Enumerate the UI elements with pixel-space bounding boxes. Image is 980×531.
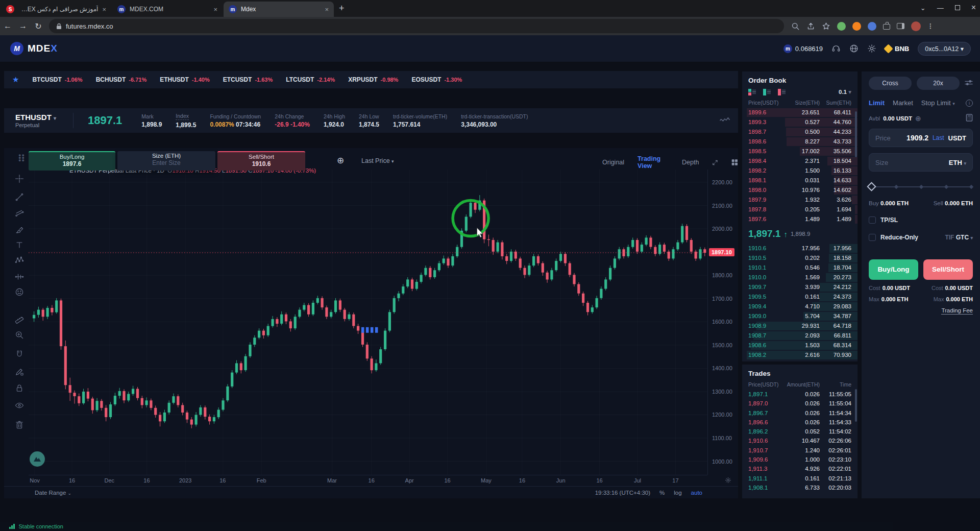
address-bar[interactable]: futures.mdex.co bbox=[49, 19, 784, 33]
network-selector[interactable]: BNB bbox=[885, 45, 909, 53]
deposit-plus-icon[interactable]: ⊕ bbox=[915, 114, 921, 123]
window-close-button[interactable]: × bbox=[971, 3, 976, 12]
ask-row[interactable]: 1898.70.50044.233 bbox=[742, 127, 857, 137]
mdx-token-price[interactable]: m 0.068619 bbox=[783, 44, 823, 53]
back-button[interactable]: ← bbox=[0, 21, 15, 31]
info-icon[interactable]: i bbox=[966, 100, 973, 107]
margin-mode-button[interactable]: Cross bbox=[869, 77, 912, 90]
precision-dropdown[interactable]: 0.1 ▾ bbox=[839, 88, 851, 95]
trade-row[interactable]: 1,897.00.02611:55:04 bbox=[742, 399, 857, 408]
log-scale-button[interactable]: log bbox=[674, 490, 681, 496]
symbol-selector[interactable]: ETHUSDT ▾ Perpetual bbox=[4, 113, 74, 128]
preferences-sliders-icon[interactable] bbox=[965, 79, 973, 88]
ticker-pair[interactable]: EOSUSDT-1.30% bbox=[411, 76, 462, 83]
tab-stop-limit[interactable]: Stop Limit ▾ bbox=[921, 99, 955, 107]
mdex-logo[interactable]: M MDEX bbox=[10, 42, 58, 55]
share-icon[interactable] bbox=[806, 22, 815, 31]
candlestick-chart[interactable] bbox=[29, 170, 707, 475]
brush-icon[interactable] bbox=[9, 223, 30, 237]
add-order-plus-icon[interactable]: ⊕ bbox=[337, 155, 344, 166]
window-minimize-button[interactable]: — bbox=[937, 4, 944, 12]
ask-row[interactable]: 1898.010.97614.602 bbox=[742, 185, 857, 195]
size-unit-dropdown[interactable]: ETH ▾ bbox=[949, 159, 966, 166]
reload-button[interactable]: ↻ bbox=[31, 21, 46, 31]
profile-avatar[interactable] bbox=[911, 21, 921, 31]
price-mode-dropdown[interactable]: Last Price ▾ bbox=[361, 157, 394, 164]
window-chevron-icon[interactable]: ⌄ bbox=[920, 4, 926, 12]
size-input[interactable]: Size ETH ▾ bbox=[869, 153, 973, 172]
price-input[interactable]: Price 1909.2 Last USDT bbox=[869, 129, 973, 147]
bid-row[interactable]: 1910.10.54618.704 bbox=[742, 263, 857, 273]
percent-scale-button[interactable]: % bbox=[659, 490, 665, 496]
browser-menu-icon[interactable]: ⋮ bbox=[927, 22, 934, 30]
bid-row[interactable]: 1908.61.50368.314 bbox=[742, 341, 857, 350]
ask-row[interactable]: 1898.68.22743.733 bbox=[742, 137, 857, 147]
delete-drawings-trash-icon[interactable] bbox=[9, 418, 30, 432]
extension-green-icon[interactable] bbox=[837, 22, 846, 31]
magnet-icon[interactable] bbox=[9, 347, 30, 361]
sell-short-button[interactable]: Sell/Short bbox=[923, 259, 973, 280]
trade-row[interactable]: 1,909.61.00002:23:10 bbox=[742, 455, 857, 464]
use-last-price-button[interactable]: Last bbox=[933, 134, 944, 141]
zoom-in-icon[interactable] bbox=[9, 328, 30, 342]
tab-trading-view[interactable]: Trading View bbox=[638, 155, 669, 170]
trade-row[interactable]: 1,908.16.73302:20:03 bbox=[742, 483, 857, 492]
ticker-pair[interactable]: BTCUSDT-1.06% bbox=[32, 76, 82, 83]
trade-row[interactable]: 1,910.610.46702:26:06 bbox=[742, 436, 857, 445]
browser-tab-2[interactable]: m MDEX.COM × bbox=[112, 2, 223, 17]
ask-row[interactable]: 1898.10.03114.633 bbox=[742, 176, 857, 185]
bid-row[interactable]: 1909.73.93924.212 bbox=[742, 282, 857, 292]
bid-row[interactable]: 1910.01.56920.273 bbox=[742, 273, 857, 282]
support-headset-icon[interactable] bbox=[831, 44, 841, 53]
book-mode-both-icon[interactable] bbox=[748, 89, 756, 95]
date-range-dropdown[interactable]: Date Range ⌄ bbox=[35, 490, 71, 496]
ticker-pair[interactable]: XRPUSDT-0.98% bbox=[348, 76, 398, 83]
language-globe-icon[interactable] bbox=[849, 44, 859, 53]
ask-row[interactable]: 1897.91.9323.626 bbox=[742, 195, 857, 205]
auto-scale-button[interactable]: auto bbox=[691, 490, 702, 496]
long-short-position-icon[interactable] bbox=[9, 270, 30, 284]
fullscreen-expand-icon[interactable] bbox=[712, 159, 718, 166]
trade-row[interactable]: 1,910.71.24002:26:01 bbox=[742, 446, 857, 455]
forward-button[interactable]: → bbox=[15, 21, 31, 31]
drag-handle-icon[interactable]: ●●●●●● bbox=[18, 154, 25, 162]
ask-row[interactable]: 1897.80.2051.694 bbox=[742, 205, 857, 214]
trade-row[interactable]: 1,896.20.05211:54:02 bbox=[742, 427, 857, 436]
xabcd-pattern-icon[interactable] bbox=[9, 253, 30, 268]
draw-lock-icon[interactable] bbox=[9, 365, 30, 379]
tif-dropdown[interactable]: TIF GTC ▾ bbox=[945, 234, 973, 241]
bid-row[interactable]: 1908.72.09366.811 bbox=[742, 331, 857, 341]
bid-row[interactable]: 1908.929.93164.718 bbox=[742, 321, 857, 331]
slider-handle[interactable] bbox=[867, 182, 876, 191]
calculator-icon[interactable] bbox=[966, 114, 973, 123]
extensions-puzzle-icon[interactable] bbox=[883, 24, 890, 30]
ask-row[interactable]: 1898.42.37118.504 bbox=[742, 156, 857, 166]
wallet-address-button[interactable]: 0xc5...0A12 ▾ bbox=[918, 42, 971, 56]
text-tool-icon[interactable] bbox=[9, 238, 30, 252]
book-mode-asks-icon[interactable] bbox=[778, 89, 786, 95]
ticker-pair[interactable]: LTCUSDT-2.14% bbox=[286, 76, 335, 83]
extension-blue-icon[interactable] bbox=[868, 22, 876, 31]
crosshair-icon[interactable] bbox=[9, 172, 30, 186]
leverage-button[interactable]: 20x bbox=[917, 77, 960, 90]
emoji-icon[interactable] bbox=[9, 285, 30, 299]
ask-row[interactable]: 1899.30.52744.760 bbox=[742, 117, 857, 127]
tab-limit[interactable]: Limit bbox=[869, 99, 885, 107]
chart-buy-long-button[interactable]: Buy/Long 1897.6 bbox=[29, 151, 115, 171]
trading-fee-link[interactable]: Trading Fee bbox=[941, 307, 973, 315]
price-axis[interactable]: 2200.002100.002000.001800.001700.001600.… bbox=[707, 170, 738, 475]
ticker-pair[interactable]: ETHUSDT-1.40% bbox=[160, 76, 210, 83]
tab-original[interactable]: Original bbox=[602, 159, 624, 166]
chart-sell-short-button[interactable]: Sell/Short 1910.6 bbox=[217, 151, 305, 171]
bid-row[interactable]: 1909.44.71029.083 bbox=[742, 302, 857, 311]
ask-row[interactable]: 1897.61.4891.489 bbox=[742, 214, 857, 224]
hide-drawings-eye-icon[interactable] bbox=[9, 398, 30, 413]
browser-tab-1[interactable]: S آموزش صرافی ام دکس MDEX - زو × bbox=[1, 2, 111, 17]
reduce-only-checkbox[interactable] bbox=[869, 234, 876, 241]
window-maximize-button[interactable] bbox=[955, 5, 960, 10]
bid-row[interactable]: 1910.50.20218.158 bbox=[742, 253, 857, 263]
fib-retracement-icon[interactable] bbox=[9, 206, 30, 221]
metamask-fox-icon[interactable] bbox=[852, 22, 861, 31]
buy-long-button[interactable]: Buy/Long bbox=[869, 259, 918, 280]
tab-close-icon[interactable]: × bbox=[213, 6, 217, 13]
